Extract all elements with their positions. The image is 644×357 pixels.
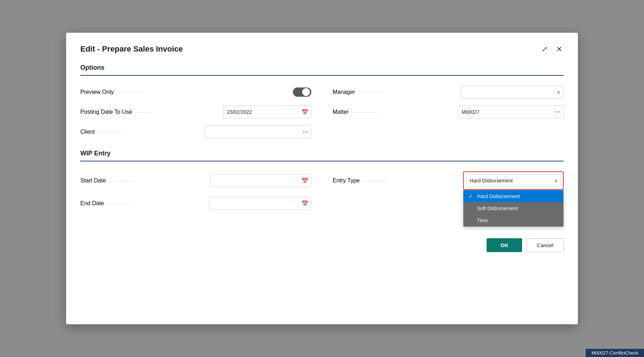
entry-type-selected-text: Hard Disbursement — [470, 178, 513, 183]
entry-type-option-hard[interactable]: ✓ Hard Disbursement — [463, 190, 563, 202]
end-date-control: 📅 — [209, 197, 311, 210]
client-lookup-button[interactable]: ··· — [303, 129, 308, 135]
preview-only-toggle-wrapper — [293, 87, 311, 97]
taskbar-hint: M00027-ConflictCheck — [586, 349, 644, 357]
entry-type-selected[interactable]: Hard Disbursement ∨ — [466, 174, 561, 187]
options-section-title: Options — [80, 64, 564, 71]
empty-cell — [333, 126, 564, 138]
end-date-input[interactable] — [209, 197, 311, 210]
options-divider — [80, 75, 564, 76]
option-hard-label: Hard Disbursement — [477, 193, 520, 199]
start-date-row: Start Date ·············· 📅 — [80, 171, 311, 190]
preview-only-row: Preview Only ·············· — [80, 86, 311, 98]
toggle-knob — [302, 88, 310, 96]
posting-date-input[interactable] — [223, 106, 311, 118]
posting-date-control: 📅 — [223, 106, 311, 118]
options-form-grid: Preview Only ·············· Manager ····… — [80, 86, 564, 138]
dialog-footer: OK Cancel — [80, 231, 564, 252]
client-row: Client ·············· ··· — [80, 126, 311, 138]
dialog-header-icons: ⤢ ✕ — [540, 44, 564, 54]
matter-label: Matter — [333, 109, 349, 115]
client-input[interactable] — [204, 126, 311, 138]
posting-date-row: Posting Date To Use ········· 📅 — [80, 106, 311, 118]
start-date-label: Start Date — [80, 177, 106, 184]
matter-row: Matter ·············· ··· — [333, 106, 564, 118]
close-icon: ✕ — [556, 45, 562, 53]
matter-dots: ·············· — [349, 110, 457, 115]
end-date-row: End Date ·············· 📅 — [80, 197, 311, 210]
wip-section-title: WIP Entry — [80, 150, 564, 157]
entry-type-row: Entry Type ·············· Hard Disbursem… — [333, 171, 564, 190]
preview-only-label: Preview Only — [80, 89, 114, 95]
option-time-label: Time — [477, 218, 488, 223]
manager-dots: ·············· — [355, 90, 461, 95]
entry-type-label: Entry Type — [333, 177, 360, 184]
start-date-dots: ·············· — [106, 178, 210, 183]
close-button[interactable]: ✕ — [555, 44, 564, 54]
posting-date-dots: ········· — [132, 110, 223, 115]
ok-button[interactable]: OK — [487, 238, 522, 252]
start-date-control: 📅 — [210, 174, 311, 187]
wip-divider — [80, 161, 564, 161]
client-control: ··· — [204, 126, 311, 138]
dialog-header: Edit - Prepare Sales Invoice ⤢ ✕ — [80, 44, 564, 54]
entry-type-arrow: ∨ — [554, 178, 558, 183]
end-date-label: End Date — [80, 200, 104, 207]
options-section: Options Preview Only ·············· Mana… — [80, 64, 564, 138]
expand-button[interactable]: ⤢ — [540, 44, 549, 54]
matter-control: ··· — [458, 106, 564, 118]
wip-section: WIP Entry Start Date ·············· 📅 En… — [80, 150, 564, 210]
entry-type-dropdown-menu: ✓ Hard Disbursement Soft Disbursement Ti… — [463, 190, 564, 227]
entry-type-option-soft[interactable]: Soft Disbursement — [463, 202, 563, 214]
entry-type-dropdown-highlight: Hard Disbursement ∨ ✓ Hard Disbursement … — [463, 171, 564, 190]
entry-type-dots: ·············· — [360, 178, 463, 183]
dialog-title: Edit - Prepare Sales Invoice — [80, 44, 183, 54]
check-icon: ✓ — [468, 193, 474, 199]
end-date-dots: ·············· — [104, 201, 209, 206]
manager-row: Manager ·············· ∨ — [333, 86, 564, 98]
posting-date-label: Posting Date To Use — [80, 109, 132, 115]
entry-type-option-time[interactable]: Time — [463, 214, 563, 227]
manager-label: Manager — [333, 89, 355, 95]
preview-only-toggle[interactable] — [293, 87, 311, 97]
preview-only-dots: ·············· — [114, 90, 293, 95]
matter-input[interactable] — [458, 106, 564, 118]
matter-lookup-button[interactable]: ··· — [555, 109, 561, 115]
client-label: Client — [80, 129, 95, 135]
wip-form-grid: Start Date ·············· 📅 Entry Type ·… — [80, 171, 564, 210]
client-dots: ·············· — [95, 129, 205, 135]
option-soft-label: Soft Disbursement — [477, 206, 518, 211]
entry-type-control: Hard Disbursement ∨ ✓ Hard Disbursement … — [463, 171, 564, 190]
start-date-input[interactable] — [210, 174, 311, 187]
manager-input[interactable] — [461, 86, 564, 98]
cancel-button[interactable]: Cancel — [526, 238, 564, 252]
manager-control: ∨ — [461, 86, 564, 98]
expand-icon: ⤢ — [542, 45, 548, 53]
dialog: Edit - Prepare Sales Invoice ⤢ ✕ Options… — [66, 33, 578, 324]
